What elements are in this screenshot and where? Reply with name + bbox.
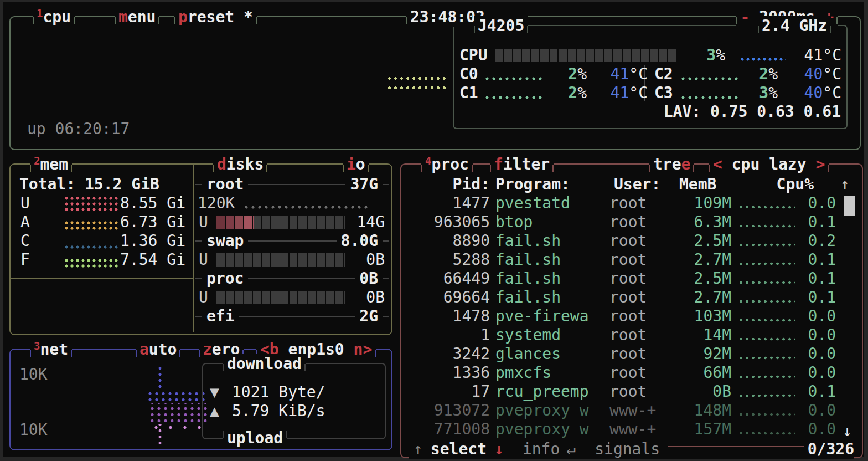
upload-arrow-icon: ▲ (210, 402, 219, 421)
menu-button[interactable]: menu (115, 7, 159, 27)
process-name: fail.sh (495, 250, 609, 269)
load-average: LAV: 0.75 0.63 0.61 (664, 103, 841, 121)
column-pid[interactable]: Pid: (418, 175, 490, 194)
process-cpu-minigraph (738, 299, 795, 304)
process-mem: 6.3M (674, 213, 731, 232)
process-pid: 771008 (401, 420, 490, 439)
disk-root-io-graph (243, 205, 368, 209)
column-cpu[interactable]: Cpu% (758, 175, 814, 194)
proc-tree-button[interactable]: tree (649, 155, 694, 175)
net-next-button[interactable]: n> (354, 340, 373, 358)
process-cpu-minigraph (738, 374, 795, 380)
sort-next-button[interactable]: > (815, 155, 825, 173)
mem-used-key: U (20, 194, 30, 213)
tab-net[interactable]: 3net (30, 340, 72, 360)
cpu-total-temp: 41°C (786, 46, 841, 65)
process-name: pmxcfs (495, 363, 609, 382)
disk-efi: efi 2G (195, 307, 389, 326)
process-row[interactable]: 1477 pvestatd root 109M 0.0 (401, 194, 836, 213)
column-program[interactable]: Program: (495, 175, 570, 194)
mem-cached-key: C (20, 232, 30, 250)
mem-free-value: 7.54 Gi (105, 250, 185, 269)
mem-cached-value: 1.36 Gi (105, 232, 185, 250)
process-row[interactable]: 8890 fail.sh root 2.5M 0.2 (401, 232, 836, 250)
terminal-screen: 1cpu menu preset * 23:48:02 - 2000ms + u… (3, 2, 864, 457)
process-row[interactable]: 1478 pve-firewa root 103M 0.0 (401, 307, 836, 326)
scroll-up-icon[interactable]: ↑ (840, 175, 850, 194)
mem-available-value: 6.73 Gi (105, 213, 185, 232)
process-name: pvestatd (495, 194, 609, 213)
mem-total: Total: 15.2 GiB (19, 175, 159, 194)
footer-divider (668, 446, 804, 447)
process-cpu: 0.0 (795, 363, 836, 382)
process-cpu-minigraph (738, 393, 795, 398)
process-pid: 963065 (401, 213, 490, 232)
process-row[interactable]: 1 systemd root 14M 0.0 (401, 326, 836, 345)
core-temp: 40°C (786, 65, 841, 84)
tab-cpu[interactable]: 1cpu (33, 7, 75, 27)
process-cpu: 0.1 (795, 213, 836, 232)
core-label: C2 (654, 65, 673, 84)
process-list: 1477 pvestatd root 109M 0.0 963065 btop … (401, 194, 836, 439)
info-button[interactable]: info (523, 440, 560, 459)
signals-button[interactable]: signals (595, 440, 660, 459)
scroll-down-icon[interactable]: ↓ (843, 422, 852, 440)
process-mem: 66M (674, 363, 731, 382)
proc-filter-button[interactable]: filter (490, 155, 554, 175)
mem-box: 2mem disks io Total: 15.2 GiB U 8.55 Gi … (9, 163, 392, 335)
process-user: root (609, 307, 674, 326)
process-row[interactable]: 5288 fail.sh root 2.7M 0.1 (401, 250, 836, 269)
process-mem: 2.5M (674, 232, 731, 250)
process-pid: 66449 (401, 269, 490, 288)
process-cpu-minigraph (738, 431, 795, 436)
core-temp: 41°C (592, 65, 648, 84)
process-cpu-minigraph (738, 412, 795, 417)
upload-rate: 5.79 KiB/s (232, 402, 326, 421)
preset-button[interactable]: preset * (174, 7, 257, 27)
column-memb[interactable]: MemB (679, 175, 716, 194)
net-scale-top: 10K (19, 365, 48, 384)
process-user: root (609, 269, 674, 288)
process-row[interactable]: 1336 pmxcfs root 66M 0.0 (401, 363, 836, 382)
process-row[interactable]: 69664 fail.sh root 2.7M 0.1 (401, 288, 836, 307)
disk-swap-used-value: 0B (321, 250, 385, 269)
download-label: download (223, 354, 306, 374)
process-cpu: 0.0 (795, 194, 836, 213)
process-row[interactable]: 963065 btop root 6.3M 0.1 (401, 213, 836, 232)
process-user: root (609, 232, 674, 250)
download-arrow-icon: ▼ (210, 383, 219, 402)
process-cpu: 0.1 (795, 250, 836, 269)
process-row[interactable]: 66449 fail.sh root 2.5M 0.1 (401, 269, 836, 288)
process-row[interactable]: 913072 pveproxy w www-+ 148M 0.0 (401, 401, 836, 420)
net-scale-bottom: 10K (19, 421, 48, 439)
cpu-usage-graph (386, 74, 448, 93)
cpu-total-meter (495, 49, 676, 62)
select-label[interactable]: select (431, 440, 487, 459)
interval-decrease-button[interactable]: - (740, 8, 750, 26)
process-row[interactable]: 771008 pveproxy w www-+ 157M 0.0 (401, 420, 836, 439)
process-cpu: 0.1 (795, 288, 836, 307)
process-user: root (609, 194, 674, 213)
select-down-icon[interactable]: ↓ (494, 440, 504, 459)
sort-prev-button[interactable]: < (713, 155, 722, 173)
process-mem: 2.7M (674, 288, 731, 307)
core-temp: 40°C (786, 84, 841, 103)
toggle-io[interactable]: io (343, 155, 369, 175)
tab-mem[interactable]: 2mem (30, 155, 72, 175)
cpu-total-minigraph (740, 57, 786, 62)
process-row[interactable]: 3242 glances root 92M 0.0 (401, 345, 836, 363)
process-row[interactable]: 17 rcu_preemp root 0B 0.1 (401, 382, 836, 401)
scrollbar-thumb[interactable] (844, 196, 855, 216)
process-cpu: 0.0 (795, 401, 836, 420)
tab-proc[interactable]: 4proc (421, 155, 473, 175)
proc-box: 4proc filter tree < cpu lazy > Pid: Prog… (400, 163, 863, 458)
process-user: root (609, 213, 674, 232)
mem-used-value: 8.55 Gi (105, 194, 185, 213)
tab-disks[interactable]: disks (213, 155, 267, 175)
net-auto-button[interactable]: auto (136, 340, 180, 360)
column-user[interactable]: User: (614, 175, 660, 194)
select-up-icon[interactable]: ↑ (414, 440, 423, 459)
core-label: C3 (654, 84, 673, 103)
cpu-box: 1cpu menu preset * 23:48:02 - 2000ms + u… (9, 16, 861, 150)
disk-root: root 37G (195, 175, 389, 194)
